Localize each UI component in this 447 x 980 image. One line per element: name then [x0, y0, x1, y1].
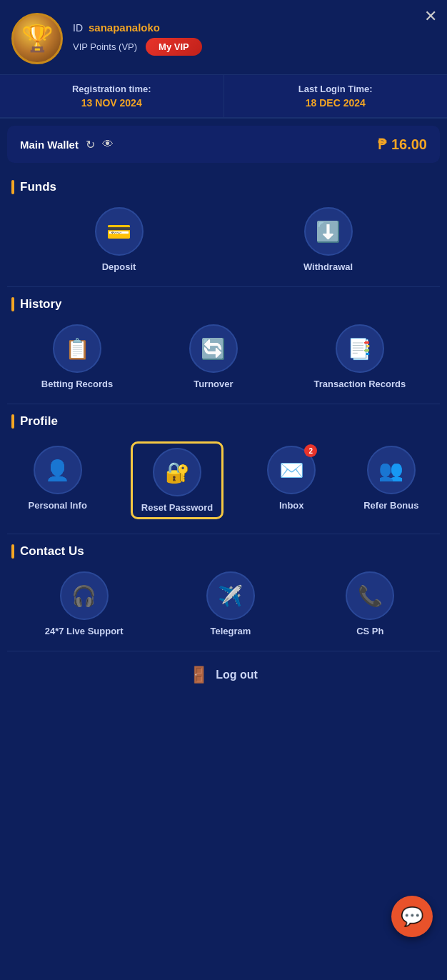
transaction-records-item[interactable]: 📑 Transaction Records: [314, 324, 406, 389]
turnover-item[interactable]: 🔄 Turnover: [181, 324, 246, 389]
inbox-item[interactable]: ✉️ 2 Inbox: [263, 441, 320, 519]
wallet-amount: ₱ 16.00: [378, 136, 427, 153]
contact-grid: 🎧 24*7 Live Support ✈️ Telegram 📞 CS Ph: [0, 564, 447, 651]
profile-grid: 👤 Personal Info 🔐 Reset Password ✉️ 2 In…: [0, 434, 447, 534]
wallet-left: Main Wallet ↻ 👁: [20, 138, 114, 151]
section-bar-history: [11, 297, 14, 311]
personal-info-icon: 👤: [45, 459, 70, 482]
cs-ph-icon: 📞: [358, 584, 383, 608]
funds-grid: 💳 Deposit ⬇️ Withdrawal: [0, 200, 447, 286]
deposit-icon: 💳: [106, 220, 131, 244]
logout-label: Log out: [216, 669, 258, 681]
transaction-records-icon: 📑: [347, 337, 372, 361]
telegram-icon-circle: ✈️: [206, 571, 255, 620]
avatar-trophy: 🏆: [11, 13, 63, 64]
transaction-records-label: Transaction Records: [314, 379, 406, 389]
vip-row: VIP Points (VP) My VIP: [73, 38, 436, 56]
betting-records-icon-circle: 📋: [53, 324, 101, 373]
logout-row[interactable]: 🚪 Log out: [0, 651, 447, 699]
transaction-records-icon-circle: 📑: [336, 324, 384, 373]
wallet-section: Main Wallet ↻ 👁 ₱ 16.00: [7, 126, 440, 163]
inbox-icon-circle: ✉️ 2: [267, 446, 316, 494]
reset-password-icon: 🔐: [165, 461, 190, 484]
history-section-title: History: [0, 287, 447, 317]
withdrawal-icon-circle: ⬇️: [304, 207, 353, 256]
last-login-cell: Last Login Time: 18 DEC 2024: [224, 75, 448, 117]
user-info: ID sanapanaloko VIP Points (VP) My VIP: [73, 21, 436, 56]
reg-value: 13 NOV 2024: [11, 97, 212, 109]
contact-title: Contact Us: [20, 544, 84, 559]
reg-title: Registration time:: [11, 84, 212, 94]
close-button[interactable]: ✕: [424, 9, 437, 24]
history-grid: 📋 Betting Records 🔄 Turnover 📑 Transacti…: [0, 317, 447, 404]
personal-info-label: Personal Info: [28, 500, 86, 511]
live-support-icon-circle: 🎧: [60, 571, 109, 620]
profile-section-title: Profile: [0, 404, 447, 434]
withdrawal-item[interactable]: ⬇️ Withdrawal: [296, 207, 361, 272]
withdrawal-icon: ⬇️: [316, 220, 341, 244]
registration-cell: Registration time: 13 NOV 2024: [0, 75, 224, 117]
reg-login-row: Registration time: 13 NOV 2024 Last Logi…: [0, 75, 447, 119]
refer-bonus-icon-circle: 👥: [367, 446, 416, 494]
deposit-item[interactable]: 💳 Deposit: [87, 207, 151, 272]
cs-ph-label: CS Ph: [356, 626, 383, 636]
inbox-badge: 2: [304, 444, 317, 457]
eye-icon[interactable]: 👁: [102, 138, 114, 151]
vip-points-label: VIP Points (VP): [73, 41, 137, 52]
section-bar-funds: [11, 180, 14, 194]
telegram-item[interactable]: ✈️ Telegram: [199, 571, 263, 636]
refer-bonus-icon: 👥: [378, 459, 403, 482]
my-vip-button[interactable]: My VIP: [146, 38, 202, 56]
telegram-label: Telegram: [210, 626, 251, 636]
live-support-label: 24*7 Live Support: [45, 626, 124, 636]
cs-ph-icon-circle: 📞: [346, 571, 394, 620]
chat-fab-icon: 💬: [401, 906, 423, 928]
personal-info-item[interactable]: 👤 Personal Info: [24, 441, 91, 519]
live-support-item[interactable]: 🎧 24*7 Live Support: [45, 571, 124, 636]
betting-records-item[interactable]: 📋 Betting Records: [41, 324, 113, 389]
telegram-icon: ✈️: [218, 584, 243, 608]
header: 🏆 ID sanapanaloko VIP Points (VP) My VIP…: [0, 0, 447, 75]
reset-password-label: Reset Password: [141, 502, 213, 513]
reset-password-item[interactable]: 🔐 Reset Password: [131, 441, 224, 519]
login-value: 18 DEC 2024: [236, 97, 436, 109]
section-bar-profile: [11, 414, 14, 429]
history-title: History: [20, 297, 62, 311]
withdrawal-label: Withdrawal: [303, 261, 353, 272]
reset-password-icon-circle: 🔐: [153, 448, 201, 496]
wallet-label: Main Wallet: [20, 139, 79, 151]
inbox-label: Inbox: [279, 500, 304, 511]
betting-records-icon: 📋: [65, 337, 90, 361]
turnover-icon: 🔄: [201, 337, 226, 361]
personal-info-icon-circle: 👤: [34, 446, 82, 494]
refer-bonus-item[interactable]: 👥 Refer Bonus: [359, 441, 423, 519]
cs-ph-item[interactable]: 📞 CS Ph: [338, 571, 402, 636]
funds-title: Funds: [20, 180, 56, 194]
contact-section-title: Contact Us: [0, 534, 447, 564]
inbox-icon: ✉️: [279, 459, 304, 482]
user-id-row: ID sanapanaloko: [73, 21, 436, 34]
deposit-label: Deposit: [102, 261, 136, 272]
username: sanapanaloko: [89, 21, 160, 34]
refresh-icon[interactable]: ↻: [86, 138, 95, 151]
turnover-icon-circle: 🔄: [189, 324, 238, 373]
avatar: 🏆: [11, 13, 63, 64]
section-bar-contact: [11, 544, 14, 559]
betting-records-label: Betting Records: [41, 379, 113, 389]
live-support-icon: 🎧: [71, 584, 96, 608]
login-title: Last Login Time:: [236, 84, 436, 94]
turnover-label: Turnover: [194, 379, 233, 389]
chat-fab-button[interactable]: 💬: [391, 896, 433, 937]
profile-title: Profile: [20, 414, 58, 429]
refer-bonus-label: Refer Bonus: [363, 500, 418, 511]
logout-icon: 🚪: [189, 666, 209, 684]
deposit-icon-circle: 💳: [95, 207, 144, 256]
id-label: ID: [73, 22, 83, 34]
funds-section-title: Funds: [0, 170, 447, 200]
